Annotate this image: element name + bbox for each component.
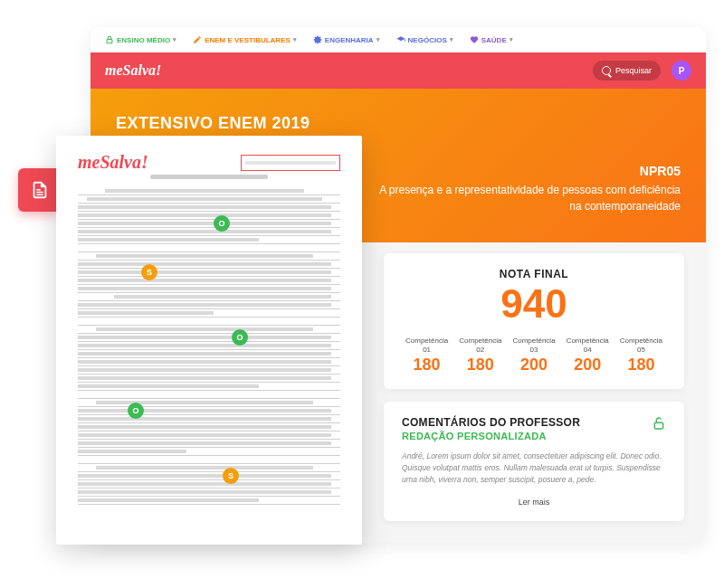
comments-subtitle: REDAÇÃO PERSONALIZADA	[402, 431, 580, 441]
essay-line	[78, 383, 340, 391]
essay-line	[78, 261, 340, 269]
doc-name-field[interactable]	[241, 155, 340, 171]
essay-line	[78, 285, 340, 293]
essay-line	[78, 423, 340, 432]
essay-line	[78, 301, 340, 309]
essay-line	[78, 497, 340, 505]
essay-line	[78, 415, 340, 423]
annotation-marker[interactable]: S	[223, 468, 239, 484]
essay-line	[78, 366, 340, 375]
essay-line	[78, 448, 340, 456]
nav-label: ENSINO MÉDIO	[117, 36, 170, 44]
annotation-marker[interactable]: S	[141, 264, 157, 280]
essay-line	[78, 195, 340, 204]
competency-3: Competência 03200	[509, 337, 558, 375]
essay-line	[78, 212, 340, 220]
graduation-icon	[396, 35, 405, 44]
nav-enem[interactable]: ENEM E VESTIBULARES ▾	[193, 35, 297, 44]
essay-line	[78, 342, 340, 350]
avatar[interactable]: P	[672, 61, 691, 81]
nav-ensino-medio[interactable]: ENSINO MÉDIO ▾	[105, 35, 176, 44]
essay-line	[78, 391, 340, 399]
essay-lines: OSOOS	[78, 187, 340, 505]
essay-document: meSalva! OSOOS	[56, 136, 362, 545]
search-placeholder: Pesquisar	[615, 66, 652, 75]
document-icon	[30, 180, 50, 200]
document-tab[interactable]	[18, 168, 62, 212]
read-more-link[interactable]: Ler mais	[402, 498, 666, 507]
top-nav: ENSINO MÉDIO ▾ ENEM E VESTIBULARES ▾ ENG…	[90, 27, 706, 52]
essay-line	[78, 480, 340, 488]
essay-line	[78, 293, 340, 301]
heart-icon	[470, 35, 479, 44]
chevron-down-icon: ▾	[173, 36, 176, 43]
nav-label: ENGENHARIA	[325, 36, 374, 44]
competency-1: Competência 01180	[402, 337, 452, 375]
essay-line	[78, 187, 340, 195]
comments-body: André, Lorem ipsum dolor sit amet, conse…	[402, 450, 666, 485]
topic-code: NPR05	[369, 164, 681, 178]
header-bar: meSalva! Pesquisar P	[90, 52, 706, 89]
final-score-label: NOTA FINAL	[402, 268, 666, 280]
essay-line	[78, 456, 340, 464]
nav-engenharia[interactable]: ENGENHARIA ▾	[313, 35, 380, 44]
pencil-icon	[193, 35, 202, 44]
chevron-down-icon: ▾	[510, 36, 513, 43]
nav-saude[interactable]: SAÚDE ▾	[470, 35, 513, 44]
essay-line	[78, 236, 340, 244]
essay-line	[78, 350, 340, 358]
essay-line: O	[78, 220, 340, 228]
chevron-down-icon: ▾	[376, 36, 380, 43]
comments-title: COMENTÁRIOS DO PROFESSOR	[402, 416, 580, 429]
essay-line	[78, 252, 340, 261]
svg-rect-0	[107, 40, 112, 43]
essay-line	[78, 375, 340, 383]
nav-negocios[interactable]: NEGÓCIOS ▾	[396, 35, 453, 44]
nav-label: NEGÓCIOS	[408, 36, 447, 44]
essay-line	[78, 309, 340, 318]
essay-line: S	[78, 269, 340, 277]
competency-5: Competência 05180	[616, 337, 666, 375]
competency-4: Competência 04200	[563, 337, 613, 375]
essay-line: O	[78, 407, 340, 415]
essay-line	[78, 432, 340, 440]
unlock-icon	[652, 416, 666, 433]
essay-line	[78, 204, 340, 212]
course-title: EXTENSIVO ENEM 2019	[116, 114, 681, 133]
competency-2: Competência 02180	[455, 337, 505, 375]
comments-card: COMENTÁRIOS DO PROFESSOR REDAÇÃO PERSONA…	[384, 402, 684, 521]
chevron-down-icon: ▾	[293, 36, 297, 43]
brand-logo[interactable]: meSalva!	[105, 62, 161, 79]
annotation-marker[interactable]: O	[232, 329, 248, 346]
essay-line	[78, 326, 340, 334]
doc-logo: meSalva!	[78, 152, 148, 173]
chevron-down-icon: ▾	[450, 36, 453, 43]
nav-label: SAÚDE	[481, 36, 507, 44]
score-card: NOTA FINAL 940 Competência 01180 Competê…	[384, 253, 684, 389]
essay-line	[78, 488, 340, 497]
svg-rect-2	[654, 423, 662, 430]
essay-line: O	[78, 334, 340, 342]
essay-line	[78, 228, 340, 236]
competencies-row: Competência 01180 Competência 02180 Comp…	[402, 337, 666, 375]
search-input[interactable]: Pesquisar	[593, 61, 661, 81]
essay-line	[78, 358, 340, 366]
lock-icon	[105, 35, 114, 44]
final-score-value: 940	[402, 284, 666, 324]
topic-description: A presença e a representatividade de pes…	[369, 182, 681, 214]
essay-line	[78, 464, 340, 472]
essay-line	[78, 399, 340, 407]
annotation-marker[interactable]: O	[128, 403, 144, 419]
essay-line	[78, 244, 340, 252]
annotation-marker[interactable]: O	[214, 215, 230, 232]
gear-icon	[313, 35, 322, 44]
search-icon	[602, 66, 611, 75]
essay-line: S	[78, 472, 340, 480]
nav-label: ENEM E VESTIBULARES	[205, 36, 291, 44]
essay-line	[78, 277, 340, 285]
essay-line	[78, 318, 340, 326]
essay-line	[78, 440, 340, 448]
